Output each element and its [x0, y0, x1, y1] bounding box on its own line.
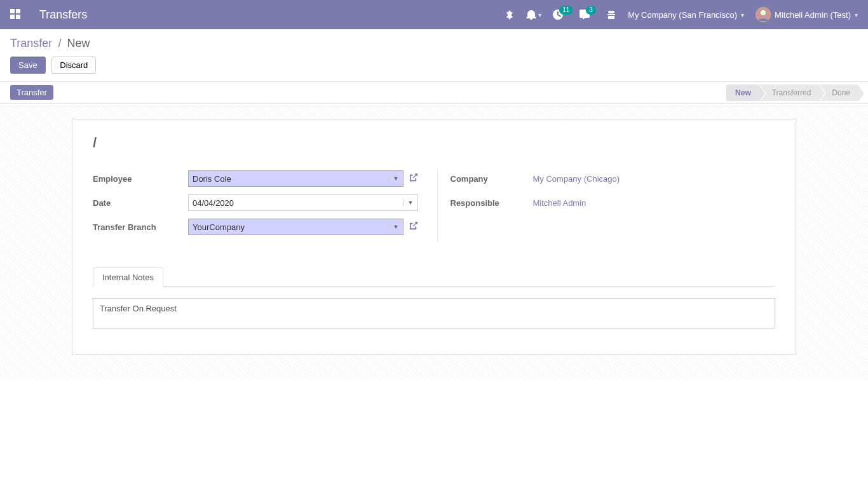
svg-rect-0 — [10, 9, 15, 13]
tab-internal-notes[interactable]: Internal Notes — [93, 268, 163, 287]
user-menu[interactable]: Mitchell Admin (Test) ▾ — [756, 7, 858, 22]
svg-rect-3 — [16, 15, 20, 19]
bug-icon[interactable] — [505, 10, 515, 20]
messages-badge: 3 — [586, 6, 596, 15]
svg-rect-1 — [16, 9, 20, 13]
breadcrumb-sep: / — [58, 37, 61, 50]
employee-value: Doris Cole — [193, 174, 231, 184]
branch-label: Transfer Branch — [93, 222, 188, 232]
employee-label: Employee — [93, 174, 188, 184]
status-bar: Transfer New Transferred Done — [0, 82, 868, 104]
user-name: Mitchell Admin (Test) — [775, 10, 851, 20]
control-panel: Transfer / New Save Discard — [0, 29, 868, 82]
top-navbar: Transfers ▾ 11 3 My Company (San Francis… — [0, 0, 868, 29]
breadcrumb-root[interactable]: Transfer — [10, 37, 52, 50]
date-value: 04/04/2020 — [193, 198, 234, 208]
internal-notes-textarea[interactable]: Transfer On Request — [93, 298, 775, 329]
form-right-column: Company My Company (Chicago) Responsible… — [437, 169, 776, 241]
messages-icon[interactable]: 3 — [580, 10, 595, 20]
transfer-button[interactable]: Transfer — [10, 85, 53, 100]
breadcrumb-current: New — [67, 37, 90, 50]
internal-notes-value: Transfer On Request — [100, 304, 177, 313]
apps-icon[interactable] — [10, 9, 22, 20]
save-button[interactable]: Save — [10, 57, 46, 74]
caret-icon: ▾ — [538, 11, 541, 18]
record-title: / — [93, 135, 775, 151]
app-title: Transfers — [39, 8, 87, 22]
form-sheet: / Employee Doris Cole ▼ — [72, 119, 796, 355]
dropdown-icon: ▼ — [389, 175, 399, 182]
svg-point-5 — [761, 10, 766, 15]
activity-badge: 11 — [559, 6, 573, 15]
date-input[interactable]: 04/04/2020 ▼ — [188, 194, 418, 211]
company-name: My Company (San Francisco) — [628, 10, 737, 20]
dropdown-icon: ▼ — [389, 224, 399, 230]
dropdown-icon: ▼ — [403, 200, 414, 206]
status-step-transferred[interactable]: Transferred — [758, 85, 819, 101]
company-switcher[interactable]: My Company (San Francisco) ▾ — [628, 10, 744, 20]
responsible-label: Responsible — [451, 198, 533, 208]
transfer-branch-select[interactable]: YourCompany ▼ — [188, 219, 403, 235]
branch-value: YourCompany — [193, 222, 245, 232]
caret-icon: ▾ — [855, 11, 858, 18]
statusbar-steps: New Transferred Done — [727, 85, 858, 101]
gift-icon[interactable] — [606, 10, 616, 20]
caret-icon: ▾ — [741, 11, 744, 18]
svg-rect-2 — [10, 15, 15, 19]
bell-icon[interactable]: ▾ — [526, 10, 541, 20]
company-label: Company — [451, 174, 533, 184]
date-label: Date — [93, 198, 188, 208]
discard-button[interactable]: Discard — [51, 57, 96, 74]
tabs: Internal Notes — [93, 267, 775, 287]
systray: ▾ 11 3 My Company (San Francisco) ▾ Mitc… — [505, 7, 858, 22]
tab-content: Transfer On Request — [93, 298, 775, 329]
company-link[interactable]: My Company (Chicago) — [533, 174, 620, 184]
responsible-link[interactable]: Mitchell Admin — [533, 198, 587, 208]
form-left-column: Employee Doris Cole ▼ Date — [93, 169, 418, 241]
avatar — [756, 7, 771, 22]
activity-icon[interactable]: 11 — [553, 10, 568, 20]
form-background: / Employee Doris Cole ▼ — [0, 104, 868, 380]
employee-external-link[interactable] — [409, 173, 418, 184]
branch-external-link[interactable] — [409, 221, 418, 233]
breadcrumb: Transfer / New — [10, 37, 858, 50]
status-step-new[interactable]: New — [726, 85, 759, 101]
employee-select[interactable]: Doris Cole ▼ — [188, 170, 403, 187]
